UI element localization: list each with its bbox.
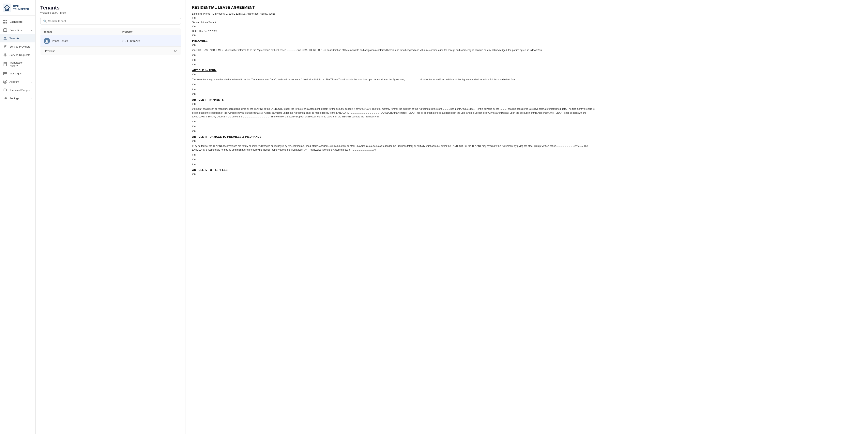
lease-landlord: Landlord: Prince HO (Property 2, 315 E 1…	[192, 12, 596, 15]
sidebar-label-service-requests: Service Requests	[9, 54, 30, 57]
table-header: Tenant Property	[40, 28, 181, 35]
chevron-down-icon: ⌄	[30, 97, 32, 100]
house-icon	[3, 4, 11, 12]
sidebar: OME TRUMPETER Dashboard Properties ⌄ Ten…	[0, 0, 35, 434]
tenant-property: 315 E 12th Ave	[119, 35, 181, 46]
sidebar-label-technical-support: Technical Support	[9, 89, 31, 92]
search-input[interactable]	[48, 20, 178, 23]
column-property: Property	[119, 28, 181, 35]
lease-sep3: \r\n	[192, 34, 596, 36]
sidebar-label-tenants: Tenants	[9, 37, 20, 40]
nav-items: Dashboard Properties ⌄ Tenants Service P…	[0, 16, 35, 434]
person-icon	[3, 36, 7, 40]
svg-rect-8	[4, 30, 5, 30]
main-area: Tenants Welcome back, Prince 🔍 Tenant Pr…	[35, 0, 868, 434]
svg-rect-5	[3, 22, 5, 24]
search-bar: 🔍	[40, 18, 181, 25]
grid-icon	[3, 20, 7, 24]
sidebar-item-dashboard[interactable]: Dashboard	[0, 18, 35, 26]
logo-area: OME TRUMPETER	[0, 0, 35, 16]
sidebar-label-account: Account	[9, 80, 19, 83]
sidebar-label-properties: Properties	[9, 29, 22, 32]
table-body: Prince Tenant 315 E 12th Ave	[40, 35, 181, 46]
page-subtitle: Welcome back, Prince	[40, 11, 181, 14]
user-circle-icon	[3, 80, 7, 84]
lease-sep2: \r\n	[192, 25, 596, 28]
sidebar-label-settings: Settings	[9, 97, 19, 100]
gear-icon	[3, 96, 7, 100]
column-tenant: Tenant	[40, 28, 119, 35]
sidebar-item-service-requests[interactable]: Service Requests	[0, 51, 35, 59]
lease-preamble-body: \r\nTHIS LEASE AGREEMENT (hereinafter re…	[192, 49, 596, 52]
tenants-table: Tenant Property	[40, 28, 181, 56]
tenant-name-cell: Prince Tenant	[40, 35, 119, 46]
svg-rect-11	[5, 31, 6, 32]
lease-section-article3-title: ARTICLE III - DAMAGE TO PREMISES & INSUR…	[192, 135, 596, 138]
sidebar-label-service-providers: Service Providers	[9, 45, 30, 48]
lease-sep1: \r\n	[192, 17, 596, 19]
table-row[interactable]: Prince Tenant 315 E 12th Ave	[40, 35, 181, 46]
headset-icon	[3, 88, 7, 92]
lease-section-article1-title: ARTICLE I – TERM	[192, 69, 596, 72]
sidebar-item-messages[interactable]: Messages ⌄	[0, 69, 35, 78]
sidebar-item-properties[interactable]: Properties ⌄	[0, 26, 35, 34]
sidebar-item-tenants[interactable]: Tenants	[0, 34, 35, 42]
lease-date: Date: Thu Oct 12 2023	[192, 30, 596, 33]
sidebar-item-service-providers[interactable]: Service Providers	[0, 42, 35, 51]
sidebar-label-transaction-history: Transaction History	[9, 61, 32, 67]
sidebar-item-settings[interactable]: Settings ⌄	[0, 94, 35, 102]
svg-rect-6	[5, 22, 7, 24]
lease-title: RESIDENTIAL LEASE AGREEMENT	[192, 5, 596, 10]
sidebar-label-messages: Messages	[9, 72, 22, 75]
search-icon: 🔍	[43, 20, 46, 23]
previous-button[interactable]: Previous	[43, 49, 57, 53]
svg-marker-13	[4, 53, 7, 55]
tenant-name: Prince Tenant	[52, 39, 68, 42]
chevron-down-icon: ⌄	[30, 29, 32, 31]
receipt-icon	[3, 62, 7, 66]
lease-article3-body: If, by no fault of the TENANT, the Premi…	[192, 144, 596, 152]
lease-panel: RESIDENTIAL LEASE AGREEMENT Landlord: Pr…	[186, 0, 602, 434]
tenants-panel: Tenants Welcome back, Prince 🔍 Tenant Pr…	[35, 0, 186, 434]
pagination-row: Previous 1/1	[40, 46, 181, 55]
svg-point-20	[46, 40, 48, 41]
tools-icon	[3, 44, 7, 49]
page-title: Tenants	[40, 5, 181, 11]
svg-rect-10	[4, 31, 5, 32]
logo-text: OME TRUMPETER	[13, 4, 33, 11]
svg-rect-3	[3, 20, 5, 21]
lease-tenant: Tenant: Prince Tenant	[192, 21, 596, 24]
lease-section-article2-title: ARTICLE II - PAYMENTS	[192, 98, 596, 101]
avatar	[43, 38, 50, 44]
lease-section-preamble-title: PREAMBLE:	[192, 39, 596, 42]
lease-article2-body: \r\n"Rent" shall mean all monetary oblig…	[192, 107, 596, 119]
two-column-layout: Tenants Welcome back, Prince 🔍 Tenant Pr…	[35, 0, 868, 434]
svg-point-12	[4, 37, 6, 38]
page-info: 1/1	[174, 50, 178, 53]
building-icon	[3, 28, 7, 32]
svg-rect-4	[5, 20, 7, 21]
chevron-down-icon: ⌄	[30, 81, 32, 83]
layers-icon	[3, 53, 7, 57]
sidebar-item-account[interactable]: Account ⌄	[0, 78, 35, 86]
sidebar-item-transaction-history[interactable]: Transaction History	[0, 59, 35, 69]
chevron-down-icon: ⌄	[30, 72, 32, 75]
lease-article1-body: The lease term begins on (hereinafter re…	[192, 78, 596, 82]
sidebar-item-technical-support[interactable]: Technical Support	[0, 86, 35, 94]
svg-rect-9	[5, 30, 6, 30]
svg-rect-7	[4, 29, 7, 32]
sidebar-label-dashboard: Dashboard	[9, 20, 23, 23]
svg-point-19	[4, 81, 6, 82]
lease-section-article4-title: ARTICLE IV - OTHER FEES	[192, 168, 596, 172]
chat-icon	[3, 71, 7, 75]
